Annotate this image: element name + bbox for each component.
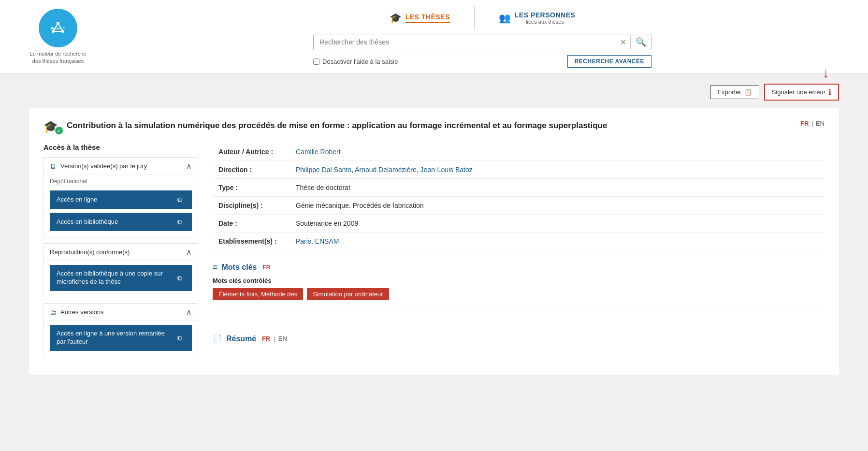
- field-value: Génie mécanique. Procédés de fabrication: [290, 197, 825, 215]
- autocomplete-toggle[interactable]: Désactiver l'aide à la saisie: [313, 55, 398, 68]
- remaniee-button[interactable]: Accès en ligne à une version remaniée pa…: [50, 325, 192, 351]
- signal-error-button[interactable]: Signaler une erreur ℹ: [764, 84, 839, 101]
- logo-icon: theses.fr: [48, 18, 68, 38]
- external-link-icon: ⧉: [177, 218, 185, 226]
- two-col-layout: Accès à la thèse 🖥 Version(s) validée(s)…: [43, 143, 825, 363]
- autres-versions-header[interactable]: 🗂 Autres versions ∧: [44, 304, 198, 321]
- resume-en-link[interactable]: EN: [278, 335, 287, 342]
- search-input[interactable]: [314, 34, 616, 50]
- detail-table: Auteur / Autrice :Camille RobertDirectio…: [213, 143, 825, 250]
- reproductions-label: Reproduction(s) conforme(s): [50, 248, 130, 256]
- microfiche-button[interactable]: Accès en bibliothèque à une copie sur mi…: [50, 265, 192, 291]
- field-value: Thèse de doctorat: [290, 179, 825, 197]
- signal-label: Signaler une erreur: [772, 88, 825, 96]
- keywords-heading: ≡ Mots clés FR: [213, 262, 825, 272]
- keyword-tag[interactable]: Simulation par ordinateur: [307, 288, 389, 300]
- access-online-label: Accès en ligne: [57, 196, 98, 204]
- export-button[interactable]: Exporter 📋: [710, 85, 759, 99]
- resume-heading: 📄 Résumé FR | EN: [213, 328, 825, 343]
- keywords-label: Mots clés: [222, 263, 257, 272]
- field-value: Soutenance en 2009: [290, 215, 825, 233]
- microfiche-label: Accès en bibliothèque à une copie sur mi…: [57, 270, 174, 286]
- resume-label: Résumé: [226, 335, 256, 343]
- access-library-label: Accès en bibliothèque: [57, 218, 118, 226]
- graduation-cap-icon: 🎓: [390, 12, 402, 24]
- table-row: Auteur / Autrice :Camille Robert: [213, 143, 825, 161]
- header: theses.fr Le moteur de recherche des thè…: [0, 0, 868, 74]
- nav-divider: [474, 6, 475, 30]
- field-label: Direction :: [213, 161, 290, 179]
- resume-fr-link[interactable]: FR: [262, 335, 270, 342]
- signal-arrow-wrapper: ↓ Signaler une erreur ℹ: [764, 84, 839, 101]
- thesis-icon: 🎓 ✓: [43, 120, 61, 133]
- thesis-title-row: 🎓 ✓ Contribution à la simulation numériq…: [43, 120, 825, 133]
- field-value[interactable]: Paris, ENSAM: [290, 233, 825, 250]
- field-value[interactable]: Camille Robert: [290, 143, 825, 161]
- collapse-toggle[interactable]: ∧: [186, 161, 192, 171]
- lang-en[interactable]: EN: [816, 120, 825, 127]
- lang-fr[interactable]: FR: [800, 120, 809, 127]
- validated-versions-block: 🖥 Version(s) validée(s) par le jury ∧ Dé…: [43, 157, 198, 237]
- tab-personnes[interactable]: 👥 LES PERSONNES liées aux thèses: [479, 7, 595, 29]
- lang-toggle: FR | EN: [800, 120, 825, 127]
- sidebar: Accès à la thèse 🖥 Version(s) validée(s)…: [43, 143, 198, 363]
- action-bar: Exporter 📋 ↓ Signaler une erreur ℹ: [29, 84, 839, 101]
- table-row: Type :Thèse de doctorat: [213, 179, 825, 197]
- external-link-icon: ⧉: [177, 195, 185, 204]
- table-row: Discipline(s) :Génie mécanique. Procédés…: [213, 197, 825, 215]
- versions-icon: 🗂: [50, 308, 57, 316]
- autres-versions-block: 🗂 Autres versions ∧ Accès en ligne à une…: [43, 303, 198, 357]
- keywords-fr-badge: FR: [262, 264, 270, 271]
- field-label: Type :: [213, 179, 290, 197]
- keyword-tag[interactable]: Éléments finis, Méthode des: [213, 288, 303, 300]
- external-link-icon: ⧉: [177, 334, 185, 342]
- nav-tabs: 🎓 LES THÈSES 👥 LES PERSONNES liées aux t…: [116, 6, 849, 30]
- keywords-subsection-label: Mots clés contrôlés: [213, 277, 825, 284]
- tab-theses-label: LES THÈSES: [405, 13, 450, 23]
- error-icon: ℹ: [828, 87, 831, 97]
- search-button[interactable]: 🔍: [630, 35, 651, 49]
- resume-lang-links: FR | EN: [260, 335, 287, 342]
- clear-button[interactable]: ✕: [616, 36, 630, 49]
- validated-badge: ✓: [55, 127, 63, 134]
- table-row: Direction :Philippe Dal Santo, Arnaud De…: [213, 161, 825, 179]
- collapse-toggle[interactable]: ∧: [186, 307, 192, 317]
- autocomplete-label: Désactiver l'aide à la saisie: [322, 58, 398, 65]
- nav-search-area: 🎓 LES THÈSES 👥 LES PERSONNES liées aux t…: [116, 6, 849, 68]
- validated-header[interactable]: 🖥 Version(s) validée(s) par le jury ∧: [44, 158, 198, 175]
- autres-versions-label: Autres versions: [60, 308, 104, 316]
- collapse-toggle[interactable]: ∧: [186, 247, 192, 257]
- autres-versions-content: Accès en ligne à une version remaniée pa…: [44, 321, 198, 357]
- validated-label: Version(s) validée(s) par le jury: [60, 162, 147, 170]
- reproductions-header[interactable]: Reproduction(s) conforme(s) ∧: [44, 244, 198, 261]
- tab-theses[interactable]: 🎓 LES THÈSES: [370, 8, 469, 28]
- access-section-title: Accès à la thèse: [43, 143, 198, 151]
- field-value[interactable]: Philippe Dal Santo, Arnaud Delamézière, …: [290, 161, 825, 179]
- tab-personnes-label: LES PERSONNES: [515, 11, 576, 19]
- field-label: Etablissement(s) :: [213, 233, 290, 250]
- export-label: Exporter: [718, 88, 741, 96]
- autocomplete-checkbox[interactable]: [313, 58, 319, 65]
- remaniee-label: Accès en ligne à une version remaniée pa…: [57, 330, 174, 346]
- list-icon: ≡: [213, 262, 218, 272]
- tab-personnes-sublabel: liées aux thèses: [526, 19, 564, 25]
- reproductions-block: Reproduction(s) conforme(s) ∧ Accès en b…: [43, 243, 198, 297]
- detail-area: Auteur / Autrice :Camille RobertDirectio…: [213, 143, 825, 343]
- access-library-button[interactable]: Accès en bibliothèque ⧉: [50, 213, 192, 231]
- search-box: ✕ 🔍: [313, 34, 651, 50]
- validated-content: Accès en ligne ⧉ Accès en bibliothèque ⧉: [44, 187, 198, 237]
- depot-label: Dépôt national: [44, 175, 198, 187]
- logo-tagline: Le moteur de recherche des thèses frança…: [30, 50, 87, 65]
- svg-text:theses.fr: theses.fr: [51, 27, 65, 30]
- access-online-button[interactable]: Accès en ligne ⧉: [50, 190, 192, 209]
- logo-area: theses.fr Le moteur de recherche des thè…: [19, 9, 97, 65]
- content-card: 🎓 ✓ Contribution à la simulation numériq…: [29, 108, 839, 375]
- document-icon: 📄: [213, 334, 222, 343]
- external-link-icon: ⧉: [177, 274, 185, 282]
- red-arrow-icon: ↓: [823, 66, 829, 80]
- advanced-search-button[interactable]: RECHERCHE AVANCÉE: [567, 55, 651, 68]
- main-wrapper: Exporter 📋 ↓ Signaler une erreur ℹ 🎓 ✓ C…: [0, 74, 868, 384]
- reproductions-content: Accès en bibliothèque à une copie sur mi…: [44, 261, 198, 297]
- logo: theses.fr: [39, 9, 77, 47]
- thesis-title: Contribution à la simulation numérique d…: [67, 120, 790, 131]
